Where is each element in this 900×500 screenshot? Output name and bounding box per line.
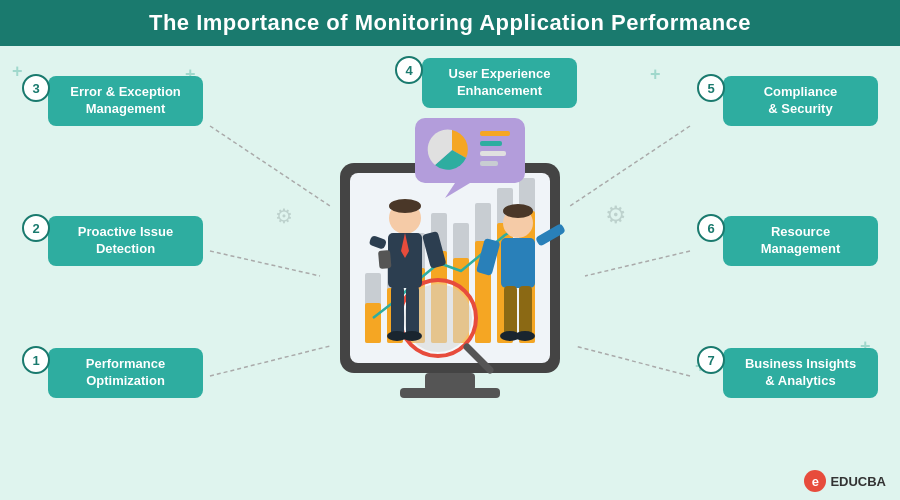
plus-deco: + [650, 64, 661, 85]
svg-point-56 [515, 331, 535, 341]
svg-text:⚙: ⚙ [605, 201, 627, 228]
number-2: 2 [22, 214, 50, 242]
svg-rect-41 [378, 250, 392, 269]
label-error-exception: Error & ExceptionManagement [48, 76, 203, 126]
svg-rect-50 [501, 238, 535, 288]
svg-rect-19 [365, 303, 381, 343]
number-4: 4 [395, 56, 423, 84]
number-7: 7 [697, 346, 725, 374]
number-1: 1 [22, 346, 50, 374]
educba-text: EDUCBA [830, 474, 886, 489]
number-5: 5 [697, 74, 725, 102]
educba-logo: e EDUCBA [804, 470, 886, 492]
title-text: The Importance of Monitoring Application… [149, 10, 751, 35]
label-proactive-issue: Proactive IssueDetection [48, 216, 203, 266]
svg-text:⚙: ⚙ [275, 205, 293, 227]
svg-point-46 [402, 331, 422, 341]
label-business-insights: Business Insights& Analytics [723, 348, 878, 398]
label-compliance: Compliance& Security [723, 76, 878, 126]
svg-rect-8 [400, 388, 500, 398]
svg-rect-54 [519, 286, 532, 336]
number-6: 6 [697, 214, 725, 242]
page-title: The Importance of Monitoring Application… [0, 0, 900, 46]
page-wrapper: The Importance of Monitoring Application… [0, 0, 900, 500]
label-ux-enhancement: User ExperienceEnhancement [422, 58, 577, 108]
monitor-illustration: ⚙ ⚙ [260, 103, 640, 443]
main-content: + + + + + + + + 3 Error & Exce [0, 46, 900, 500]
svg-rect-35 [480, 151, 506, 156]
educba-icon: e [804, 470, 826, 492]
svg-rect-53 [504, 286, 517, 336]
svg-point-38 [389, 199, 421, 213]
svg-rect-34 [480, 141, 502, 146]
number-3: 3 [22, 74, 50, 102]
svg-rect-43 [391, 286, 404, 336]
svg-rect-44 [406, 286, 419, 336]
svg-rect-33 [480, 131, 510, 136]
monitor-svg: ⚙ ⚙ [260, 103, 640, 443]
svg-rect-36 [480, 161, 498, 166]
svg-point-49 [503, 204, 533, 218]
label-resource-mgmt: ResourceManagement [723, 216, 878, 266]
plus-deco: + [12, 61, 23, 82]
label-performance-opt: PerformanceOptimization [48, 348, 203, 398]
